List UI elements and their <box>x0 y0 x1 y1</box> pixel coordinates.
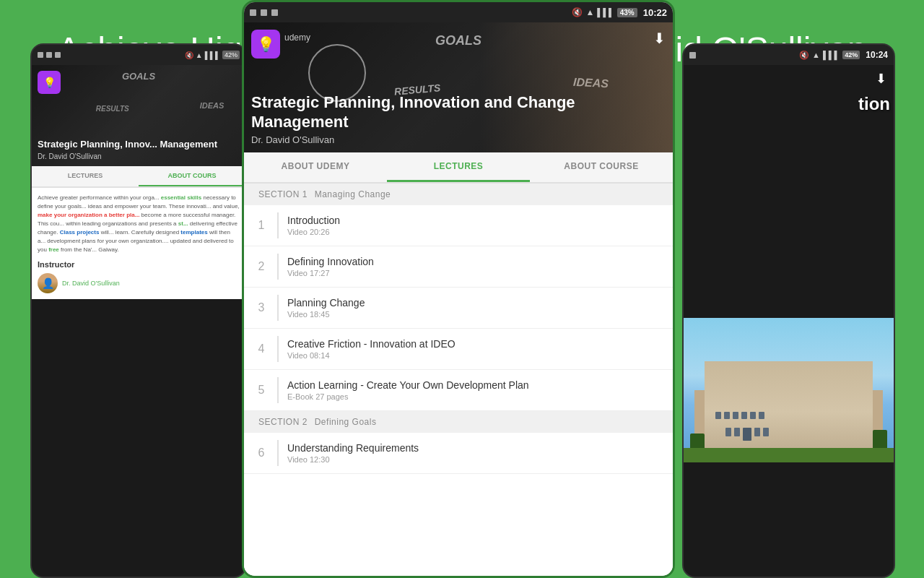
lecture-title-5: Action Learning - Create Your Own Develo… <box>287 379 663 391</box>
wifi-icon-right: ▲ <box>812 51 820 59</box>
templates-highlight: templates <box>180 229 207 236</box>
center-status-right: 🔇 ▲ ▌▌▌ 43% 10:22 <box>572 7 667 18</box>
lecture-item-4[interactable]: 4 Creative Friction - Innovation at IDEO… <box>244 329 673 370</box>
section-1-id: SECTION 1 <box>258 189 308 199</box>
lecture-meta-2: Video 17:27 <box>287 269 663 277</box>
window <box>715 412 721 419</box>
window <box>759 412 764 419</box>
lecture-title-4: Creative Friction - Innovation at IDEO <box>287 338 663 350</box>
lecture-item-3[interactable]: 3 Planning Change Video 18:45 <box>244 288 673 329</box>
download-button-right[interactable]: ⬇ <box>876 71 886 87</box>
udemy-label: udemy <box>284 33 310 43</box>
left-course-title: Strategic Planning, Innov... Management <box>38 139 240 150</box>
phone-center: 🔇 ▲ ▌▌▌ 43% 10:22 GOALS RESULTS IDEAS 💡 … <box>242 0 675 578</box>
lecture-title-2: Defining Innovation <box>287 256 663 267</box>
left-status-bar: 🔇 ▲ ▌▌▌ 42% <box>32 45 245 65</box>
wifi-icon-center: ▲ <box>585 7 594 17</box>
class-projects-highlight: Class projects <box>60 229 100 236</box>
essential-skills-highlight: essential skills <box>161 194 201 201</box>
download-button-center[interactable]: ⬇ <box>653 30 666 47</box>
section-1-name: Managing Change <box>315 189 391 199</box>
lecture-num-2: 2 <box>254 260 269 273</box>
left-status-icons-left <box>38 52 61 58</box>
mute-icon-right: 🔇 <box>799 51 809 60</box>
left-tab-lectures[interactable]: LECTURES <box>32 166 139 186</box>
udemy-emoji: 💡 <box>43 77 56 88</box>
lecture-num-4: 4 <box>254 342 269 355</box>
tab-about-udemy[interactable]: ABOUT UDEMY <box>244 152 387 182</box>
time-right: 10:24 <box>866 50 888 60</box>
tab-about-course[interactable]: ABOUT COURSE <box>530 152 673 182</box>
mute-icon: 🔇 <box>185 51 193 59</box>
left-tab-about-course[interactable]: ABOUT COURS <box>139 166 245 186</box>
window <box>734 428 740 436</box>
lecture-meta-5: E-Book 27 pages <box>287 392 663 401</box>
tab-lectures[interactable]: LECTURES <box>387 152 530 182</box>
lecture-info-3: Planning Change Video 18:45 <box>287 297 663 319</box>
lecture-divider-2 <box>277 254 279 280</box>
lecture-item-5[interactable]: 5 Action Learning - Create Your Own Deve… <box>244 370 673 411</box>
lecture-info-6: Understanding Requirements Video 12:30 <box>287 442 663 464</box>
lecture-title-1: Introduction <box>287 215 663 226</box>
lecture-divider-6 <box>277 440 279 466</box>
signal-icon: ▌▌▌ <box>205 51 220 59</box>
lecture-num-1: 1 <box>254 219 269 232</box>
lecture-num-5: 5 <box>254 384 269 397</box>
section-2-name: Defining Goals <box>315 417 377 427</box>
time-center: 10:22 <box>643 7 667 18</box>
lecture-meta-1: Video 20:26 <box>287 228 663 236</box>
right-status-bar: 🔇 ▲ ▌▌▌ 42% 10:24 <box>684 45 894 65</box>
wb-ideas-text-left: IDEAS <box>200 101 225 110</box>
signal-icon-center: ▌▌▌ <box>597 8 614 17</box>
left-tabs: LECTURES ABOUT COURS <box>32 166 245 188</box>
left-course-info: Strategic Planning, Innov... Management … <box>38 139 240 160</box>
lawn <box>684 448 894 462</box>
section-2-header: SECTION 2 Defining Goals <box>244 411 673 433</box>
lecture-meta-3: Video 18:45 <box>287 310 663 319</box>
left-body-text: Achieve greater performance within your … <box>38 194 240 254</box>
lecture-item-1[interactable]: 1 Introduction Video 20:26 <box>244 205 673 246</box>
udemy-emoji-center: 💡 <box>257 35 275 53</box>
left-udemy-icon: 💡 <box>38 71 61 94</box>
wb-goals-center: GOALS <box>435 33 481 48</box>
instructor-label: Instructor <box>38 260 240 269</box>
right-campus-image <box>684 318 894 462</box>
wb-results-text-left: RESULTS <box>96 105 129 113</box>
window <box>754 428 760 436</box>
building-windows-bottom <box>725 428 769 441</box>
lecture-divider-1 <box>277 212 279 238</box>
left-status-icons-right: 🔇 ▲ ▌▌▌ 42% <box>185 51 240 59</box>
section-2-id: SECTION 2 <box>258 417 308 427</box>
image-icon <box>55 52 61 58</box>
center-status-icons-left <box>250 9 278 16</box>
mute-icon-center: 🔇 <box>572 7 583 17</box>
center-course-bg: GOALS RESULTS IDEAS 💡 udemy ⬇ Strategic … <box>244 22 673 152</box>
left-body-content: Achieve greater performance within your … <box>32 188 245 299</box>
lecture-meta-6: Video 12:30 <box>287 455 663 464</box>
window <box>724 412 730 419</box>
right-dark-area: ⬇ tion <box>684 65 894 318</box>
center-tabs: ABOUT UDEMY LECTURES ABOUT COURSE <box>244 152 673 184</box>
lecture-info-4: Creative Friction - Innovation at IDEO V… <box>287 338 663 360</box>
lecture-title-3: Planning Change <box>287 297 663 309</box>
center-instructor: Dr. David O'Sullivan <box>251 134 644 145</box>
center-course-title: Strategic Planning, Innovation and Chang… <box>251 93 644 131</box>
lecture-num-6: 6 <box>254 447 269 460</box>
center-phone-inner: 🔇 ▲ ▌▌▌ 43% 10:22 GOALS RESULTS IDEAS 💡 … <box>244 2 673 576</box>
lecture-item-6[interactable]: 6 Understanding Requirements Video 12:30 <box>244 433 673 474</box>
left-instructor-name: Dr. David O'Sullivan <box>38 152 240 160</box>
phone-right: 🔇 ▲ ▌▌▌ 42% 10:24 ⬇ tion <box>682 43 895 578</box>
grid-icon-center <box>250 9 256 16</box>
left-instructor-row: 👤 Dr. David O'Sullivan <box>38 273 240 293</box>
lecture-divider-5 <box>277 377 279 403</box>
center-course-info: Strategic Planning, Innovation and Chang… <box>251 93 644 145</box>
lecture-info-5: Action Learning - Create Your Own Develo… <box>287 379 663 401</box>
section-1-header: SECTION 1 Managing Change <box>244 184 673 205</box>
window <box>750 412 756 419</box>
avatar-face: 👤 <box>38 273 58 293</box>
lecture-item-2[interactable]: 2 Defining Innovation Video 17:27 <box>244 246 673 288</box>
udemy-logo-icon: 💡 <box>251 30 280 59</box>
door <box>743 428 751 441</box>
battery-right: 42% <box>842 51 860 59</box>
window <box>763 428 769 436</box>
